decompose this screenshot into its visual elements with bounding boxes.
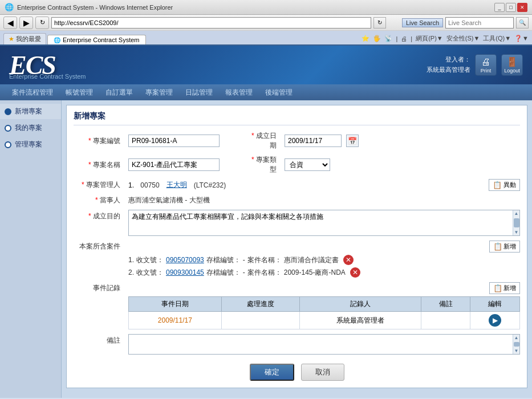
remarks-scroll-thumb <box>514 342 519 347</box>
add-case-icon: 📋 <box>493 242 502 251</box>
case-name-value-1: 2009-145-廠商-NDA <box>284 268 346 278</box>
nav-item-3[interactable]: 專案管理 <box>139 84 179 100</box>
nav-item-4[interactable]: 日誌管理 <box>179 84 219 100</box>
help-menu[interactable]: ❓▼ <box>514 35 529 42</box>
remarks-scroll-down[interactable]: ▼ <box>514 348 519 353</box>
nav-item-5[interactable]: 報表管理 <box>219 84 259 100</box>
event-edit-0[interactable]: ▶ <box>470 312 520 329</box>
sidebar-label-1: 我的專案 <box>15 123 42 133</box>
remarks-textarea[interactable] <box>129 335 513 354</box>
content-area: 新增專案 * 專案編號 * 成立日期 📅 * 專案名稱 <box>62 100 532 398</box>
sidebar-item-my-projects[interactable]: 我的專案 <box>0 120 61 136</box>
search-button[interactable]: 🔍 <box>516 17 529 28</box>
manager-name-link[interactable]: 王大明 <box>166 180 187 190</box>
active-tab[interactable]: 🌐 Enterprise Contract System <box>47 35 146 44</box>
add-case-button[interactable]: 📋 新增 <box>489 241 520 253</box>
manager-ext: (LTC#232) <box>194 181 226 189</box>
browser-toolbar: ◀ ▶ ↻ ↻ Live Search 🔍 <box>0 15 532 31</box>
filing-label-0: 存檔編號： <box>206 255 241 265</box>
confirm-button[interactable]: 確定 <box>250 364 294 381</box>
project-code-label: * 專案編號 <box>74 136 124 146</box>
tools-menu[interactable]: 工具(Q)▼ <box>483 34 511 43</box>
form-row-2: * 專案名稱 * 專案類型 合資 合約 其他 <box>74 155 520 174</box>
manager-number: 1. <box>128 181 136 189</box>
nav-item-2[interactable]: 自訂選單 <box>99 84 139 100</box>
printer-icon: 🖨 <box>481 57 490 67</box>
delete-case-1[interactable]: ✕ <box>350 267 360 278</box>
cancel-button[interactable]: 取消 <box>301 364 344 381</box>
sidebar-item-new-project[interactable]: 新增專案 <box>0 104 61 119</box>
remarks-wrapper: ▲ ▼ <box>128 334 520 355</box>
star-icon: ★ <box>9 35 14 43</box>
back-button[interactable]: ◀ <box>3 17 17 29</box>
address-bar[interactable] <box>51 17 371 28</box>
project-type-label: * 專案類型 <box>246 155 280 174</box>
forward-button[interactable]: ▶ <box>19 17 33 29</box>
event-progress-0 <box>221 312 299 329</box>
toolbar-actions: ⭐🖐📡|🖨| 網頁(P)▼ 安全性(S)▼ 工具(Q)▼ ❓▼ <box>362 34 529 44</box>
project-type-select[interactable]: 合資 合約 其他 <box>285 158 330 171</box>
case-name-label-1: 案件名稱： <box>247 268 282 278</box>
change-button[interactable]: 📋 異動 <box>489 179 520 191</box>
form-row-8: 備註 ▲ ▼ <box>74 334 520 355</box>
live-search-input[interactable] <box>445 17 514 28</box>
add-event-button[interactable]: 📋 新增 <box>489 282 520 294</box>
header-right: 登入者： 系統最高管理者 🖨 Print 🚪 Logout <box>427 54 523 76</box>
event-note-0 <box>421 312 470 329</box>
form-row-7: 事件記錄 📋 新增 事件日期 處理進度 記錄人 <box>74 282 520 329</box>
case-name-label-0: 案件名稱： <box>247 255 282 265</box>
col-date: 事件日期 <box>129 297 222 312</box>
col-edit: 編輯 <box>470 297 520 312</box>
established-date-input[interactable] <box>285 135 342 147</box>
nav-item-0[interactable]: 案件流程管理 <box>6 84 59 100</box>
event-row-0: 2009/11/17 系統最高管理者 ▶ <box>129 312 520 329</box>
print-button[interactable]: 🖨 Print <box>475 54 497 76</box>
scroll-up-arrow[interactable]: ▲ <box>514 211 519 216</box>
sidebar: 新增專案 我的專案 管理專案 <box>0 100 62 398</box>
purpose-textarea[interactable]: 為建立有關產品代工專案相關事宜，記錄與本案相關之各項措施 <box>129 210 513 235</box>
scroll-thumb <box>514 218 519 227</box>
refresh-stop-button[interactable]: ↻ <box>35 17 49 29</box>
nav-item-1[interactable]: 帳號管理 <box>59 84 99 100</box>
app-nav: 案件流程管理 帳號管理 自訂選單 專案管理 日誌管理 報表管理 後端管理 <box>0 84 532 100</box>
go-button[interactable]: ↻ <box>373 17 386 28</box>
window-buttons[interactable]: _ □ ✕ <box>494 3 527 12</box>
form-row-5: * 成立目的 為建立有關產品代工專案相關事宜，記錄與本案相關之各項措施 ▲ ▼ <box>74 210 520 236</box>
security-menu[interactable]: 安全性(S)▼ <box>446 34 480 43</box>
events-table: 事件日期 處理進度 記錄人 備註 編輯 2009/11/17 <box>128 296 520 329</box>
close-button[interactable]: ✕ <box>517 3 527 12</box>
case-item-0: 1. 收文號： 0905070093 存檔編號： - 案件名稱： 惠而浦合作議定… <box>128 255 520 265</box>
remarks-scroll-up[interactable]: ▲ <box>514 335 519 340</box>
receipt-link-0[interactable]: 0905070093 <box>166 256 204 264</box>
ie-icon: 🌐 <box>5 3 14 11</box>
form-row-4: * 當事人 惠而浦空氣濾清機 - 大型機 <box>74 196 520 205</box>
manager-id: 00750 <box>140 181 159 189</box>
project-name-input[interactable] <box>128 158 220 171</box>
maximize-button[interactable]: □ <box>506 3 516 12</box>
bullet-icon-0 <box>5 108 11 115</box>
favorites-btn[interactable]: ★ 我的最愛 <box>3 33 46 44</box>
project-code-input[interactable] <box>128 135 220 147</box>
logout-button[interactable]: 🚪 Logout <box>501 54 523 76</box>
sidebar-item-manage-projects[interactable]: 管理專案 <box>0 137 61 152</box>
case-num-1: 2. <box>128 268 134 276</box>
tab-label: Enterprise Contract System <box>63 36 140 43</box>
receipt-link-1[interactable]: 0909300145 <box>166 268 204 276</box>
minimize-button[interactable]: _ <box>494 3 505 12</box>
webpage-menu[interactable]: 網頁(P)▼ <box>416 34 443 43</box>
nav-item-6[interactable]: 後端管理 <box>259 84 299 100</box>
user-label: 登入者： <box>427 55 470 65</box>
delete-case-0[interactable]: ✕ <box>343 255 354 265</box>
remarks-label: 備註 <box>74 334 124 345</box>
purpose-scrollbar: ▲ ▼ <box>513 210 519 235</box>
event-date-0: 2009/11/17 <box>129 312 222 329</box>
edit-circle-button[interactable]: ▶ <box>489 314 501 327</box>
scroll-down-arrow[interactable]: ▼ <box>514 230 519 235</box>
calendar-button[interactable]: 📅 <box>346 135 359 147</box>
project-name-label: * 專案名稱 <box>74 160 124 170</box>
live-search-label: Live Search <box>402 18 443 27</box>
logout-icon: 🚪 <box>506 56 518 67</box>
form-buttons: 確定 取消 <box>74 359 520 382</box>
app-subtitle: Enterprise Contract System <box>9 73 86 80</box>
form-row-1: * 專案編號 * 成立日期 📅 <box>74 131 520 150</box>
